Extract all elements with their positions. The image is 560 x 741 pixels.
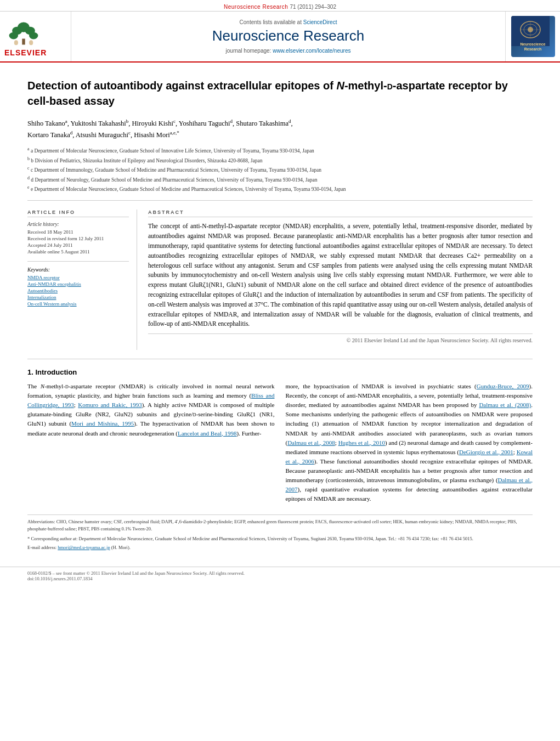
ref-dalmau2008b[interactable]: Dalmau et al., 2008 [287,439,335,446]
authors-line: Shiho Takanoa, Yukitoshi Takahashib, Hir… [27,117,533,140]
main-divider [27,359,533,359]
affil-c: c c Department of Immunology, Graduate S… [27,165,533,174]
journal-title-main: Neuroscience Research [212,27,364,44]
received-date: Received 18 May 2011 [27,229,129,235]
kw-nmda: NMDA receptor [27,275,129,280]
email-footnote: E-mail address: hmori@med.u-toyama.ac.jp… [27,545,533,550]
article-info-label: Article Info [27,210,129,217]
neuro-research-badge: NeuroscienceResearch [511,16,555,57]
introduction-section: 1. Introduction The N-methyl-d-aspartate… [27,368,533,508]
journal-center-info: Contents lists available at ScienceDirec… [71,12,505,61]
article-history: Article history: Received 18 May 2011 Re… [27,222,129,254]
svg-rect-6 [22,39,25,45]
article-info-abstract: Article Info Article history: Received 1… [27,210,533,350]
svg-point-8 [29,40,33,45]
intro-para-right: more, the hypoactivation of NMDAR is inv… [286,382,533,504]
author-kishi: Hiroyuki Kishic, [132,120,179,127]
article-body: Detection of autoantibody against extrac… [0,63,560,561]
issn-line: 0168-0102/$ – see front matter © 2011 El… [27,570,245,576]
ref-dalmau2007[interactable]: Dalmau et al., 2007 [286,477,533,493]
copyright-line: © 2011 Elsevier Ireland Ltd and the Japa… [148,333,533,343]
author-tanaka: Kortaro Tanakad, [27,131,76,139]
sciencedirect-line: Contents lists available at ScienceDirec… [240,19,337,25]
affiliations: a a Department of Molecular Neuroscience… [27,146,533,201]
abstract-text: The concept of anti-N-methyl-D-aspartate… [148,222,533,329]
intro-left: The N-methyl-d-aspartate receptor (NMDAR… [27,382,275,508]
ref-hughes[interactable]: Hughes et al., 2010 [338,439,385,446]
corresponding-author: * Corresponding author at: Department of… [27,535,533,542]
affil-a: a a Department of Molecular Neuroscience… [27,146,533,155]
footnotes: Abbreviations: CHO, Chinese hamster ovar… [27,514,533,550]
elsevier-logo-area: ELSEVIER [0,12,71,61]
article-title: Detection of autoantibody against extrac… [27,78,533,109]
neuro-badge-text: NeuroscienceResearch [521,42,546,50]
author-takashima: Shutaro Takashimad, [236,120,292,127]
svg-point-4 [9,32,18,39]
homepage-link[interactable]: www.elsevier.com/locate/neures [273,48,350,54]
volume-info: 71 (2011) 294–302 [290,4,336,10]
author-takano: Shiho Takanoa, [27,120,70,127]
abstract-label: Abstract [148,210,533,217]
affil-b: b b Division of Pediatrics, Shizuoka Ins… [27,156,533,165]
intro-title: 1. Introduction [27,368,533,376]
author-taguchi: Yoshiharu Taguchid, [179,120,236,127]
history-label: Article history: [27,222,129,227]
email-link[interactable]: hmori@med.u-toyama.ac.jp [58,545,110,550]
ref-gunduz[interactable]: Gunduz-Bruce, 2009 [477,383,529,389]
author-takahashi: Yukitoshi Takahashib, [70,120,132,127]
doi-line: doi:10.1016/j.neures.2011.07.1834 [27,576,92,581]
available-date: Available online 5 August 2011 [27,249,129,254]
affil-d: d d Department of Neurology, Graduate Sc… [27,175,533,184]
bottom-bar: 0168-0102/$ – see front matter © 2011 El… [0,567,560,585]
author-mori: Hisashi Moria,e,* [134,131,179,139]
journal-name-top: Neuroscience Research [224,4,288,10]
author-muraguchi: Atsushi Muraguchic, [76,131,134,139]
homepage-line: journal homepage: www.elsevier.com/locat… [226,48,351,54]
ref-komuro[interactable]: Komuro and Rakic, 1993 [78,401,142,408]
kw-autoantibodies: Autoantibodies [27,288,129,293]
left-column: Article Info Article history: Received 1… [27,210,137,350]
kw-encephalitis: Anti-NMDAR encephalitis [27,281,129,287]
neuro-badge-area: NeuroscienceResearch [505,12,560,61]
svg-point-5 [29,32,38,39]
abbreviations: Abbreviations: CHO, Chinese hamster ovar… [27,518,533,533]
intro-section-label: Introduction [35,368,77,376]
intro-section-num: 1. [27,368,33,376]
intro-right: more, the hypoactivation of NMDAR is inv… [286,382,533,508]
intro-two-col: The N-methyl-d-aspartate receptor (NMDAR… [27,382,533,508]
keywords-label: Keywords: [27,267,129,273]
keywords-divider [27,261,129,262]
top-bar: Neuroscience Research 71 (2011) 294–302 [0,0,560,12]
ref-lancelot[interactable]: Lancelot and Beal, 1998 [178,430,237,437]
keywords-section: Keywords: NMDA receptor Anti-NMDAR encep… [27,267,129,307]
kw-western: On-cell Western analysis [27,301,129,307]
received-revised-date: Received in revised form 12 July 2011 [27,236,129,241]
kw-internalization: Internalization [27,295,129,300]
homepage-text: journal homepage: [226,48,271,54]
ref-degiorgio[interactable]: DeGiorgio et al., 2001 [459,449,513,455]
right-column: Abstract The concept of anti-N-methyl-D-… [148,210,533,350]
elsevier-text: ELSEVIER [4,48,47,57]
journal-header: ELSEVIER Contents lists available at Sci… [0,12,560,63]
svg-point-7 [14,40,18,45]
ref-dalmau2008[interactable]: Dalmau et al. (2008) [479,401,531,408]
elsevier-tree-icon [4,20,43,47]
sciencedirect-link[interactable]: ScienceDirect [303,19,337,25]
abstract-section: Abstract The concept of anti-N-methyl-D-… [148,210,533,343]
elsevier-logo: ELSEVIER [4,20,47,57]
intro-para-left: The N-methyl-d-aspartate receptor (NMDAR… [27,382,275,438]
affil-e: e e Department of Molecular Neuroscience… [27,184,533,193]
sciencedirect-text: Contents lists available at [240,19,302,25]
ref-mori[interactable]: Mori and Mishina, 1995 [71,420,134,427]
ref-bliss[interactable]: Bliss and Collingridge, 1993 [27,392,275,408]
accepted-date: Accepted 24 July 2011 [27,242,129,248]
